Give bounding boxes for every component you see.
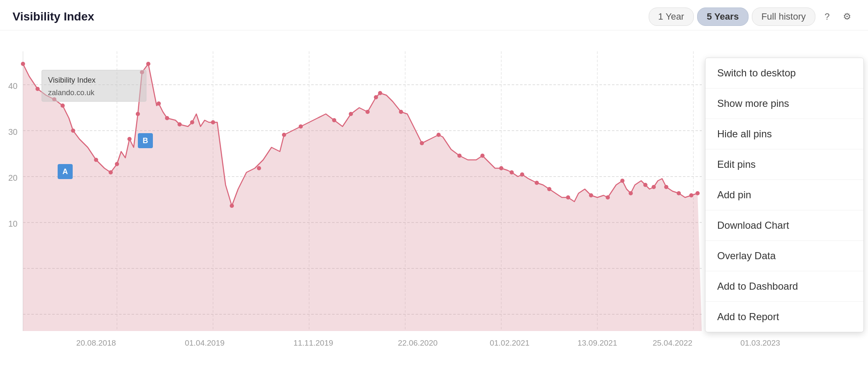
svg-text:25.04.2022: 25.04.2022 xyxy=(652,339,692,347)
svg-point-64 xyxy=(606,195,610,200)
svg-point-37 xyxy=(146,62,150,66)
svg-text:Visibility Index: Visibility Index xyxy=(48,76,96,84)
dropdown-item-add-report[interactable]: Add to Report xyxy=(706,302,863,332)
svg-point-39 xyxy=(165,116,169,120)
dropdown-item-hide-pins[interactable]: Hide all pins xyxy=(706,119,863,149)
svg-point-31 xyxy=(94,158,98,162)
chart-area: 40 30 20 10 20.08.2018 01.04.2019 11.11.… xyxy=(0,30,868,373)
dropdown-item-add-dashboard[interactable]: Add to Dashboard xyxy=(706,271,863,302)
svg-text:22.06.2020: 22.06.2020 xyxy=(398,339,437,347)
svg-text:01.04.2019: 01.04.2019 xyxy=(185,339,224,347)
svg-point-71 xyxy=(689,193,693,197)
dropdown-item-download-chart[interactable]: Download Chart xyxy=(706,210,863,241)
svg-text:13.09.2021: 13.09.2021 xyxy=(577,339,617,347)
header: Visibility Index 1 Year 5 Years Full his… xyxy=(0,0,868,30)
svg-point-56 xyxy=(480,154,485,158)
help-button[interactable]: ? xyxy=(819,8,835,25)
svg-point-66 xyxy=(629,191,633,195)
chart-container: Visibility Index 1 Year 5 Years Full his… xyxy=(0,0,868,374)
svg-point-65 xyxy=(620,179,624,183)
svg-text:40: 40 xyxy=(8,81,18,91)
svg-point-70 xyxy=(677,191,681,195)
svg-point-33 xyxy=(115,162,119,166)
dropdown-item-show-pins[interactable]: Show more pins xyxy=(706,88,863,119)
time-btn-1year[interactable]: 1 Year xyxy=(649,8,694,26)
dropdown-item-add-pin[interactable]: Add pin xyxy=(706,180,863,210)
time-btn-full[interactable]: Full history xyxy=(752,8,815,26)
svg-point-51 xyxy=(378,91,382,95)
svg-point-32 xyxy=(109,170,113,174)
svg-point-62 xyxy=(566,195,570,200)
svg-text:B: B xyxy=(143,136,148,145)
svg-point-35 xyxy=(136,112,140,116)
svg-point-57 xyxy=(499,166,503,170)
svg-point-42 xyxy=(211,120,215,124)
svg-text:20.08.2018: 20.08.2018 xyxy=(76,339,116,347)
svg-text:10: 10 xyxy=(8,219,18,228)
svg-point-50 xyxy=(374,95,378,99)
svg-point-72 xyxy=(695,191,700,195)
svg-text:30: 30 xyxy=(8,127,18,136)
svg-point-60 xyxy=(535,181,539,185)
header-controls: 1 Year 5 Years Full history ? ⚙ xyxy=(649,8,855,26)
svg-point-40 xyxy=(178,122,182,126)
svg-point-34 xyxy=(127,137,132,141)
svg-point-49 xyxy=(365,110,370,114)
settings-button[interactable]: ⚙ xyxy=(839,8,855,25)
svg-point-30 xyxy=(71,129,75,133)
svg-text:11.11.2019: 11.11.2019 xyxy=(293,339,333,347)
svg-text:20: 20 xyxy=(8,173,18,182)
svg-point-58 xyxy=(510,170,514,174)
dropdown-item-overlay-data[interactable]: Overlay Data xyxy=(706,241,863,271)
svg-point-27 xyxy=(36,87,40,91)
svg-point-48 xyxy=(349,112,353,116)
chart-title: Visibility Index xyxy=(13,10,94,23)
time-btn-5years[interactable]: 5 Years xyxy=(697,8,749,26)
svg-point-43 xyxy=(230,204,234,208)
dropdown-item-switch-desktop[interactable]: Switch to desktop xyxy=(706,58,863,88)
svg-point-41 xyxy=(190,120,194,124)
svg-point-61 xyxy=(547,187,551,191)
svg-text:zalando.co.uk: zalando.co.uk xyxy=(48,88,95,97)
dropdown-item-edit-pins[interactable]: Edit pins xyxy=(706,149,863,180)
svg-point-55 xyxy=(457,154,462,158)
svg-text:01.03.2023: 01.03.2023 xyxy=(740,339,780,347)
svg-point-59 xyxy=(520,172,524,177)
dropdown-menu: Switch to desktop Show more pins Hide al… xyxy=(705,58,864,332)
svg-point-68 xyxy=(652,185,656,189)
svg-point-26 xyxy=(21,62,25,66)
svg-point-44 xyxy=(257,166,261,170)
svg-point-29 xyxy=(61,104,65,108)
svg-point-54 xyxy=(437,133,441,137)
svg-point-63 xyxy=(589,193,593,197)
svg-point-52 xyxy=(399,110,403,114)
svg-point-45 xyxy=(282,133,286,137)
svg-point-38 xyxy=(157,101,161,106)
svg-point-53 xyxy=(420,141,424,145)
svg-text:01.02.2021: 01.02.2021 xyxy=(490,339,529,347)
svg-point-67 xyxy=(643,183,647,187)
svg-point-46 xyxy=(299,124,303,129)
svg-point-47 xyxy=(332,118,336,122)
svg-text:A: A xyxy=(63,167,68,176)
svg-point-69 xyxy=(664,185,668,189)
